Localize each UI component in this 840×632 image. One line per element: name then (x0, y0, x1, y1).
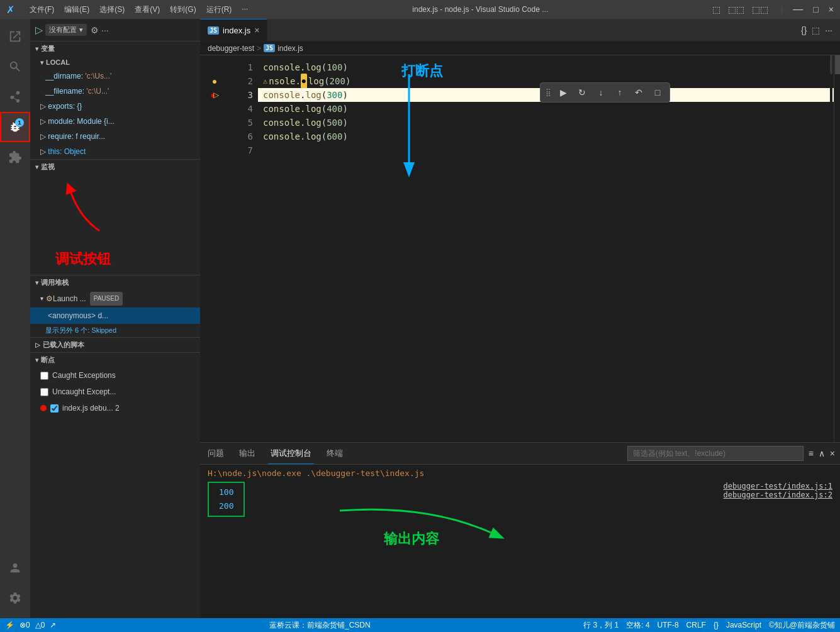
status-sync-icon[interactable]: ↗ (50, 621, 56, 629)
watch-header[interactable]: ▾ 监视 (30, 160, 200, 174)
status-line-col[interactable]: 行 3，列 1 (583, 620, 619, 631)
output-link-2[interactable]: debugger-test/index.js:2 (724, 491, 832, 499)
scrollbar-thumb[interactable] (830, 55, 832, 74)
gutter-line-7[interactable] (200, 143, 229, 157)
minimap-slider[interactable] (835, 55, 840, 74)
code-line-6[interactable]: console.log(600) (258, 130, 834, 143)
debug-play-icon[interactable]: ▷ (35, 24, 43, 36)
gutter-line-5[interactable] (200, 116, 229, 130)
menu-run[interactable]: 运行(R) (206, 4, 232, 15)
variable-item-filename: __filename: 'c:\U...' (35, 84, 200, 99)
breadcrumb-folder[interactable]: debugger-test (208, 44, 254, 53)
callstack-skipped[interactable]: 显示另外 6 个: Skipped (30, 324, 200, 337)
status-format-icon[interactable]: {} (714, 621, 719, 629)
debug-step-over-button[interactable]: ↻ (575, 86, 589, 99)
layout-icon-3[interactable]: ⬚⬚ (752, 4, 768, 14)
status-errors[interactable]: ⊗0 (20, 621, 30, 629)
more-actions-icon[interactable]: ··· (825, 25, 832, 35)
activity-search-icon[interactable] (0, 52, 30, 82)
menu-more[interactable]: ··· (242, 4, 248, 15)
activity-source-control-icon[interactable] (0, 82, 30, 112)
output-annotation-label: 输出内容 (384, 529, 439, 548)
gutter-line-4[interactable] (200, 102, 229, 116)
menu-select[interactable]: 选择(S) (99, 4, 125, 15)
status-language[interactable]: JavaScript (726, 621, 761, 629)
variable-item-module[interactable]: ▷ module: Module {i... (35, 114, 200, 129)
tab-terminal[interactable]: 终端 (324, 443, 345, 463)
output-link-1[interactable]: debugger-test/index.js:1 (724, 482, 832, 491)
variables-header[interactable]: ▾ 变量 (30, 42, 200, 56)
callstack-header[interactable]: ▾ 调用堆栈 (30, 275, 200, 290)
activity-explorer-icon[interactable] (0, 21, 30, 52)
tab-debug-console[interactable]: 调试控制台 (268, 443, 314, 464)
gutter-line-2[interactable]: ● (200, 74, 229, 88)
activity-extensions-icon[interactable] (0, 142, 30, 172)
panel-collapse-icon[interactable]: ∧ (819, 448, 825, 458)
variable-item-require[interactable]: ▷ require: f requir... (35, 129, 200, 144)
breakpoint-dot-icon (40, 405, 47, 411)
debug-step-out-button[interactable]: ↑ (613, 86, 627, 99)
gear-icon[interactable]: ⚙ (91, 25, 99, 35)
gutter-line-1[interactable] (200, 60, 229, 74)
status-encoding[interactable]: UTF-8 (658, 621, 679, 629)
code-content[interactable]: console.log(100) ⚠nsole.● log(200) conso… (258, 55, 834, 442)
layout-icon-1[interactable]: ⬚ (712, 4, 720, 14)
output-links: debugger-test/index.js:1 debugger-test/i… (724, 482, 832, 499)
menu-file[interactable]: 文件(F) (30, 4, 54, 15)
filter-icon[interactable]: ≡ (809, 448, 814, 458)
tab-close-button[interactable]: × (254, 25, 259, 35)
breakpoints-title: 断点 (41, 355, 55, 365)
activity-debug-icon[interactable]: 1 (0, 112, 30, 142)
filter-input[interactable] (627, 446, 804, 461)
bug-icon: ⚙ (46, 292, 53, 305)
code-line-4[interactable]: console.log(400) (258, 102, 834, 116)
variable-item-exports[interactable]: ▷ exports: {} (35, 99, 200, 114)
close-button[interactable]: × (829, 4, 834, 14)
debug-continue-button[interactable]: ▶ (556, 86, 570, 99)
status-eol[interactable]: CRLF (686, 621, 706, 629)
debug-stop-button[interactable]: □ (651, 86, 664, 99)
menu-goto[interactable]: 转到(G) (170, 4, 196, 15)
titlebar-left: ✗ 文件(F) 编辑(E) 选择(S) 查看(V) 转到(G) 运行(R) ··… (6, 4, 248, 16)
tab-problems[interactable]: 问题 (205, 443, 227, 463)
debug-restart-button[interactable]: ↶ (632, 86, 646, 99)
debug-drag-handle-icon[interactable]: ⣿ (546, 88, 551, 97)
variable-item-this[interactable]: ▷ this: Object (35, 144, 200, 159)
debug-config-button[interactable]: 没有配置 ▾ (45, 24, 87, 36)
activity-account-icon[interactable] (0, 553, 30, 583)
status-spaces[interactable]: 空格: 4 (626, 620, 649, 631)
layout-icon-2[interactable]: ⬚⬚ (728, 4, 744, 14)
loaded-scripts-title: 已载入的脚本 (43, 340, 84, 350)
split-editor-icon[interactable]: {} (801, 25, 807, 35)
caught-exceptions-checkbox[interactable] (40, 372, 48, 380)
code-line-5[interactable]: console.log(500) (258, 116, 834, 130)
gutter-line-3[interactable]: ● ▷ (200, 88, 229, 102)
tab-output[interactable]: 输出 (237, 443, 258, 463)
callstack-frame-anonymous[interactable]: <anonymous> d... (30, 308, 200, 324)
activity-settings-icon[interactable] (0, 583, 30, 613)
panel-close-icon[interactable]: × (830, 448, 835, 458)
breadcrumb-file[interactable]: index.js (277, 44, 303, 53)
toggle-panel-icon[interactable]: ⬚ (812, 25, 820, 35)
status-warnings[interactable]: △0 (35, 621, 45, 629)
status-remote-icon[interactable]: ⚡ (5, 621, 14, 629)
code-line-1[interactable]: console.log(100) (258, 60, 834, 74)
tab-index-js[interactable]: JS index.js × (200, 19, 267, 41)
breakpoints-header[interactable]: ▾ 断点 (30, 353, 200, 367)
more-options-icon[interactable]: ··· (101, 25, 109, 35)
line-number-1: 1 (229, 60, 253, 74)
status-branding: ©知儿@前端杂货铺 (769, 620, 835, 631)
uncaught-exceptions-checkbox[interactable] (40, 388, 48, 396)
menu-view[interactable]: 查看(V) (135, 4, 160, 15)
loaded-scripts-header[interactable]: ▷ 已载入的脚本 (30, 338, 200, 352)
local-header[interactable]: ▾ Local (35, 56, 200, 69)
callstack-frame-launch[interactable]: ▾ ⚙ Launch ... PAUSED (30, 290, 200, 308)
editor-actions: {} ⬚ ··· (793, 25, 840, 35)
maximize-button[interactable]: □ (813, 4, 818, 14)
minimize-button[interactable]: — (793, 4, 803, 15)
gutter-line-6[interactable] (200, 130, 229, 143)
code-line-7[interactable] (258, 143, 834, 157)
breakpoint-enabled-checkbox[interactable] (50, 404, 59, 413)
menu-edit[interactable]: 编辑(E) (64, 4, 89, 15)
debug-step-into-button[interactable]: ↓ (594, 86, 608, 99)
